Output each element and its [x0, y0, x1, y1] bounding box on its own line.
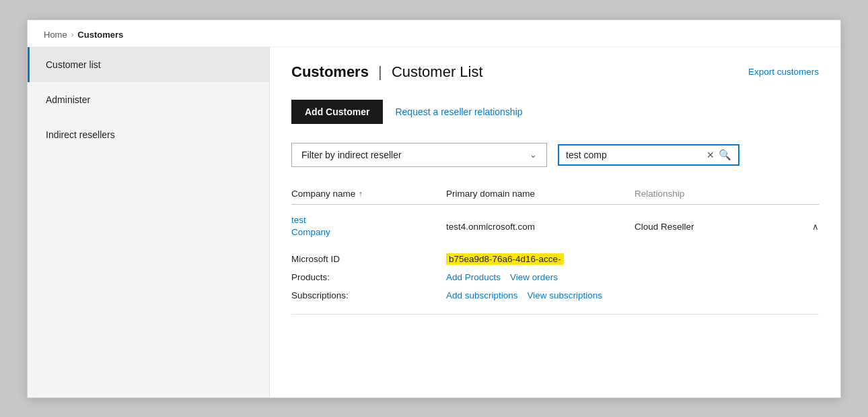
- domain-cell: test4.onmicrosoft.com: [446, 222, 635, 232]
- sidebar-item-administer[interactable]: Administer: [28, 82, 269, 117]
- breadcrumb: Home › Customers: [28, 20, 840, 47]
- subscriptions-row: Subscriptions: Add subscriptions View su…: [291, 286, 819, 304]
- subscriptions-links: Add subscriptions View subscriptions: [446, 290, 819, 300]
- breadcrumb-separator: ›: [71, 30, 74, 38]
- actions-row: Add Customer Request a reseller relation…: [291, 100, 819, 124]
- column-primary-domain: Primary domain name: [446, 189, 635, 199]
- filter-dropdown[interactable]: Filter by indirect reseller ⌄: [291, 143, 547, 167]
- close-icon[interactable]: ✕: [707, 150, 715, 160]
- chevron-up-icon[interactable]: ∧: [812, 222, 819, 232]
- breadcrumb-current: Customers: [77, 30, 123, 40]
- search-box: ✕ 🔍: [558, 144, 739, 166]
- view-subscriptions-link[interactable]: View subscriptions: [528, 290, 603, 300]
- search-input[interactable]: [566, 150, 702, 160]
- export-customers-link[interactable]: Export customers: [748, 67, 819, 77]
- add-customer-button[interactable]: Add Customer: [291, 100, 383, 124]
- microsoft-id-label: Microsoft ID: [291, 254, 446, 264]
- microsoft-id-row: Microsoft ID b75ea9d8-76a6-4d16-acce-: [291, 250, 819, 268]
- search-icon[interactable]: 🔍: [719, 149, 731, 161]
- products-row: Products: Add Products View orders: [291, 268, 819, 286]
- subscriptions-label: Subscriptions:: [291, 290, 446, 300]
- column-relationship: Relationship: [635, 189, 792, 199]
- column-company-name[interactable]: Company name ↑: [291, 189, 446, 199]
- products-links: Add Products View orders: [446, 272, 819, 282]
- main-layout: Customer list Administer Indirect resell…: [28, 47, 840, 397]
- table-row: test Company test4.onmicrosoft.com Cloud…: [291, 206, 819, 315]
- filter-row: Filter by indirect reseller ⌄ ✕ 🔍: [291, 143, 819, 167]
- company-name-link[interactable]: test Company: [291, 214, 330, 240]
- table-header: Company name ↑ Primary domain name Relat…: [291, 183, 819, 205]
- page-title: Customers | Customer List: [291, 63, 483, 81]
- add-subscriptions-link[interactable]: Add subscriptions: [446, 290, 518, 300]
- sidebar-item-indirect-resellers[interactable]: Indirect resellers: [28, 117, 269, 152]
- microsoft-id-value: b75ea9d8-76a6-4d16-acce-: [446, 254, 819, 264]
- content-header: Customers | Customer List Export custome…: [291, 63, 819, 81]
- expanded-details: Microsoft ID b75ea9d8-76a6-4d16-acce- Pr…: [291, 247, 819, 314]
- add-products-link[interactable]: Add Products: [446, 272, 501, 282]
- chevron-down-icon: ⌄: [530, 150, 537, 160]
- sidebar: Customer list Administer Indirect resell…: [28, 47, 270, 397]
- relationship-cell: Cloud Reseller: [635, 222, 792, 232]
- products-label: Products:: [291, 272, 446, 282]
- main-window: Home › Customers Customer list Administe…: [27, 20, 841, 398]
- table-row-main: test Company test4.onmicrosoft.com Cloud…: [291, 206, 819, 248]
- content-area: Customers | Customer List Export custome…: [270, 47, 840, 397]
- breadcrumb-home[interactable]: Home: [44, 30, 67, 40]
- sidebar-item-customer-list[interactable]: Customer list: [28, 47, 269, 82]
- filter-placeholder: Filter by indirect reseller: [301, 150, 402, 160]
- sort-arrow-icon: ↑: [359, 189, 363, 197]
- company-name-cell: test Company: [291, 214, 446, 240]
- view-orders-link[interactable]: View orders: [510, 272, 558, 282]
- request-reseller-link[interactable]: Request a reseller relationship: [395, 106, 522, 117]
